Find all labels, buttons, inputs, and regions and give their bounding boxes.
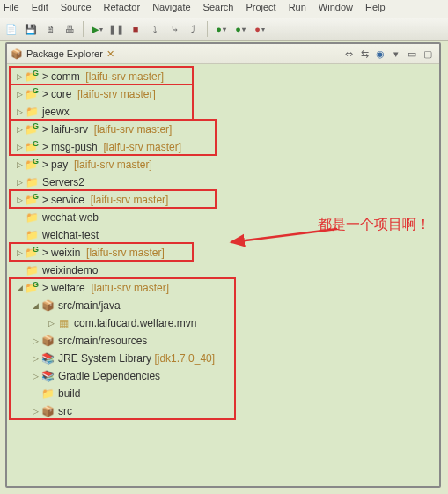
tree-item-laifu-srv[interactable]: ▷📁G>laifu-srv [laifu-srv master] [9,121,437,138]
step-return-button[interactable]: ⤴ [186,21,202,37]
save-button[interactable]: 💾 [23,21,39,37]
expand-icon[interactable]: ▷ [14,143,25,151]
folder-icon: 📁 [40,387,55,401]
proj-git-icon: 📁G [25,246,39,260]
item-label: JRE System Library [58,352,151,365]
tree-item-jeewx[interactable]: ▷📁jeewx [9,103,437,121]
item-label: welfare [51,282,85,294]
srcfolder-icon: 📦 [40,299,55,313]
menu-window[interactable]: Window [319,2,353,12]
focus-task-button[interactable]: ◉ [372,46,388,62]
branch-decoration: [laifu-srv master] [91,194,169,206]
minimize-button[interactable]: ▭ [404,46,420,62]
tree-item-core[interactable]: ▷📁G>core [laifu-srv master] [9,85,437,103]
tree-item-src-main-resources[interactable]: ▷📦src/main/resources [9,332,437,350]
tree-item-comm[interactable]: ▷📁G>comm [laifu-srv master] [9,68,437,85]
menu-project[interactable]: Project [246,2,275,12]
tree-item-service[interactable]: ▷📁G>service [laifu-srv master] [9,191,437,209]
collapse-all-button[interactable]: ⇔ [341,46,356,62]
item-label: Gradle Dependencies [58,370,160,382]
expand-icon[interactable] [14,266,25,275]
dirty-marker: > [42,88,48,100]
item-label: Servers2 [42,176,84,188]
expand-icon[interactable]: ▷ [14,248,25,257]
run-button[interactable]: ● [213,21,229,37]
tree-item-build[interactable]: 📁build [9,385,437,402]
tree-item-src-main-java[interactable]: ◢📦src/main/java [9,297,437,314]
expand-icon[interactable] [30,389,40,398]
expand-icon[interactable]: ▷ [14,72,25,81]
expand-icon[interactable]: ▷ [30,407,40,416]
package-explorer-icon: 📦 [11,48,23,60]
tree-item-src[interactable]: ▷📦src [9,402,437,420]
folder-icon: 📁 [25,228,39,242]
menu-refactor[interactable]: Refactor [104,2,141,12]
expand-icon[interactable]: ▷ [14,178,25,187]
tree-item-msg-push[interactable]: ▷📁G>msg-push [laifu-srv master] [9,138,437,156]
proj-git-icon: 📁G [25,70,39,84]
expand-icon[interactable]: ◢ [30,301,40,310]
stop-button[interactable]: ■ [128,21,143,37]
proj-git-icon: 📁G [25,122,39,136]
item-label: com.laifucard.welfare.mvn [74,317,196,329]
view-menu-button[interactable]: ▾ [388,46,404,62]
proj-git-icon: 📁G [25,193,39,207]
dirty-marker: > [42,70,48,83]
package-icon: ▦ [56,316,70,330]
close-view-icon[interactable]: ✕ [106,48,114,60]
menu-edit[interactable]: Edit [32,2,48,12]
item-label: laifu-srv [51,123,88,136]
expand-icon[interactable]: ▷ [14,90,25,99]
expand-icon[interactable]: ◢ [14,284,25,292]
menu-file[interactable]: File [4,2,19,12]
branch-decoration: [laifu-srv master] [85,70,164,83]
menu-search[interactable]: Search [203,2,234,12]
panel-title: Package Explorer [26,48,103,59]
package-explorer-panel: 📦 Package Explorer ✕ ⇔ ⇆ ◉ ▾ ▭ ▢ ▷📁G>com… [5,42,441,488]
dirty-marker: > [42,247,48,259]
main-toolbar[interactable]: 📄 💾 🗎 🖶 ▶ ❚❚ ■ ⤵ ⤷ ⤴ ● ● ● [0,18,448,41]
step-button[interactable]: ⤵ [147,21,163,37]
menu-source[interactable]: Source [61,2,92,12]
expand-icon[interactable]: ▷ [14,160,25,169]
expand-icon[interactable]: ▷ [30,372,40,380]
item-label: service [51,194,84,206]
tree-item-jre-system-library[interactable]: ▷📚JRE System Library [jdk1.7.0_40] [9,350,437,367]
branch-decoration: [laifu-srv master] [94,123,173,136]
expand-icon[interactable]: ▷ [46,319,56,328]
branch-decoration: [laifu-srv master] [77,88,156,100]
print-button[interactable]: 🖶 [62,21,77,37]
menu-help[interactable]: Help [365,2,386,12]
expand-icon[interactable]: ▷ [14,195,25,204]
expand-icon[interactable] [14,231,25,240]
expand-icon[interactable]: ▷ [14,125,25,134]
expand-icon[interactable]: ▷ [14,107,25,116]
menu-run[interactable]: Run [289,2,306,12]
step-over-button[interactable]: ⤷ [166,21,182,37]
external-tools-button[interactable]: ● [252,21,268,37]
maximize-button[interactable]: ▢ [420,46,436,62]
save-all-button[interactable]: 🗎 [42,21,58,37]
pause-button[interactable]: ❚❚ [108,21,124,37]
proj-git-icon: 📁G [25,281,39,295]
tree-item-servers2[interactable]: ▷📁Servers2 [9,173,437,191]
tree-item-weixindemo[interactable]: 📁weixindemo [9,262,437,279]
tree-item-gradle-dependencies[interactable]: ▷📚Gradle Dependencies [9,367,437,385]
tree-item-weixin[interactable]: ▷📁G>weixin [laifu-srv master] [9,244,437,262]
item-label: weixindemo [42,264,98,276]
tree-item-com-laifucard-welfare-mvn[interactable]: ▷▦com.laifucard.welfare.mvn [9,314,437,332]
debug-button[interactable]: ▶ [89,21,105,37]
expand-icon[interactable] [14,213,25,222]
menu-navigate[interactable]: Navigate [152,2,190,12]
run-button-2[interactable]: ● [232,21,248,37]
menu-bar[interactable]: FileEditSourceRefactorNavigateSearchProj… [0,0,448,18]
new-button[interactable]: 📄 [4,21,19,37]
tree-item-welfare[interactable]: ◢📁G>welfare [laifu-srv master] [9,279,437,297]
jre-decoration: [jdk1.7.0_40] [154,352,215,365]
tree-item-pay[interactable]: ▷📁G>pay [laifu-srv master] [9,156,437,173]
expand-icon[interactable]: ▷ [30,336,40,345]
link-editor-button[interactable]: ⇆ [356,46,372,62]
expand-icon[interactable]: ▷ [30,354,40,363]
project-tree[interactable]: ▷📁G>comm [laifu-srv master]▷📁G>core [lai… [7,64,439,424]
item-label: build [58,387,80,400]
